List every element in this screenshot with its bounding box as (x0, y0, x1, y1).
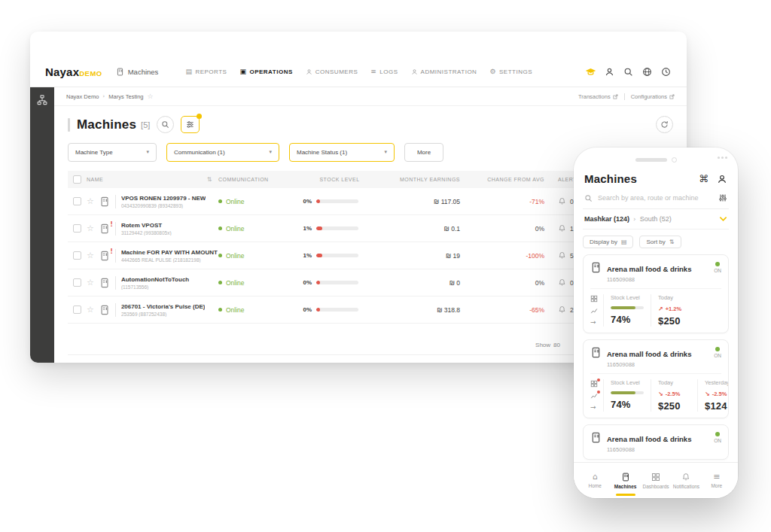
refresh-icon (660, 120, 669, 129)
refresh-button[interactable] (656, 116, 673, 133)
breadcrumb-current[interactable]: South (52) (640, 215, 672, 223)
command-icon[interactable]: ⌘ (699, 174, 709, 184)
today-change: -2.5% (666, 391, 681, 397)
configurations-link[interactable]: Configurations (631, 93, 675, 100)
phone-nav-machines[interactable]: Machines (610, 463, 640, 498)
show-page-size[interactable]: 80 (553, 342, 560, 348)
row-checkbox[interactable] (73, 278, 81, 287)
machine-id: (115713556) (121, 284, 189, 290)
academy-icon[interactable] (585, 66, 596, 78)
row-checkbox[interactable] (73, 306, 81, 314)
machine-card[interactable]: Arena mall food & drinks 116509088 ON → (583, 254, 729, 333)
header-name[interactable]: Name (87, 177, 103, 182)
more-filters-button[interactable]: More (404, 143, 443, 162)
today-value: $250 (658, 315, 690, 327)
header-stock-level[interactable]: Stock Level (319, 177, 359, 182)
machine-status-filter[interactable]: Machine Status (1) ▾ (289, 143, 395, 162)
machines-icon (621, 473, 630, 482)
profile-icon[interactable] (717, 174, 727, 184)
search-icon[interactable] (623, 66, 634, 78)
filter-sliders-icon (186, 120, 194, 129)
monthly-earnings: ₪ 0 (449, 279, 460, 287)
card-machine-id: 116509088 (607, 276, 709, 283)
header-monthly-earnings[interactable]: Monthly Earnings (400, 177, 460, 182)
display-grid-icon: ▤ (621, 239, 627, 245)
nav-logs[interactable]: ≡ LOGS (370, 68, 398, 75)
phone-nav-home-label: Home (589, 483, 602, 488)
star-icon[interactable]: ☆ (87, 197, 94, 205)
online-status-dot (218, 308, 222, 312)
breadcrumb-current[interactable]: Marys Testing (108, 93, 143, 100)
favorite-star-icon[interactable]: ☆ (148, 93, 154, 100)
settings-icon: ⚙ (489, 68, 496, 75)
search-button[interactable] (157, 116, 174, 133)
context-machines[interactable]: Machines (116, 68, 159, 76)
navbar-utility-icons (585, 66, 672, 78)
header-change-from-avg[interactable]: Change from avg (487, 177, 544, 182)
nav-consumers[interactable]: CONSUMERS (306, 68, 358, 75)
machine-icon (590, 262, 602, 273)
tune-filter-icon[interactable] (718, 193, 727, 202)
filter-active-dot (197, 114, 202, 119)
nav-administration[interactable]: ADMINISTRATION (411, 68, 477, 75)
phone-search-bar[interactable]: Search by area, route or machine (583, 193, 729, 209)
phone-mockup: Machines ⌘ Search by area, route or mach… (574, 147, 738, 498)
nav-settings[interactable]: ⚙ SETTINGS (489, 68, 532, 75)
stock-level-label: Stock Level (611, 294, 644, 301)
row-checkbox[interactable] (73, 251, 81, 260)
search-icon (161, 120, 169, 129)
row-checkbox[interactable] (73, 197, 81, 205)
brand-logo[interactable]: Nayax DEMO (45, 65, 102, 78)
row-checkbox[interactable] (73, 224, 81, 233)
star-icon[interactable]: ☆ (87, 306, 94, 314)
on-status-label: ON (714, 438, 721, 443)
chevron-down-icon: ▾ (146, 150, 149, 155)
header-communication[interactable]: Communication (218, 177, 269, 182)
breadcrumb-root[interactable]: Mashkar (124) (584, 215, 629, 223)
transactions-link[interactable]: Transactions (578, 93, 618, 100)
trend-down-icon: ↘ (705, 391, 710, 397)
star-icon[interactable]: ☆ (87, 278, 94, 287)
globe-icon[interactable] (641, 66, 653, 78)
stock-bar (316, 254, 358, 257)
main-nav: ▤ REPORTS ▣ OPERATIONS CONSUMERS ≡ LOGS (185, 68, 532, 75)
home-icon: ⌂ (593, 473, 598, 481)
nav-operations[interactable]: ▣ OPERATIONS (239, 68, 292, 75)
monthly-earnings: ₪ 117.05 (434, 198, 460, 205)
phone-breadcrumb[interactable]: Mashkar (124) › South (52) (583, 209, 729, 230)
card-metric-icons: → (590, 379, 603, 412)
nav-reports[interactable]: ▤ REPORTS (185, 68, 227, 75)
machine-card[interactable]: Arena mall food & drinks 116509088 ON → (583, 339, 729, 418)
machine-type-icon: ! (99, 223, 110, 234)
select-all-checkbox[interactable] (73, 175, 81, 184)
title-accent-bar (68, 118, 70, 132)
machine-type-filter[interactable]: Machine Type ▾ (68, 143, 157, 162)
star-icon[interactable]: ☆ (87, 224, 94, 233)
filter-button[interactable] (181, 116, 200, 133)
history-clock-icon[interactable] (660, 66, 672, 78)
sitemap-icon[interactable] (37, 95, 47, 105)
star-icon[interactable]: ☆ (87, 251, 94, 260)
alert-badge-icon: ! (110, 222, 113, 228)
phone-nav-dashboards[interactable]: Dashboards (641, 463, 671, 498)
sort-icon[interactable]: ⇅ (207, 177, 212, 183)
sort-by-button[interactable]: Sort by ⇅ (639, 236, 681, 248)
display-by-button[interactable]: Display by ▤ (583, 236, 633, 248)
phone-nav-home[interactable]: ⌂ Home (580, 463, 610, 498)
stock-bar (316, 226, 358, 230)
breadcrumb-root[interactable]: Nayax Demo (66, 93, 99, 100)
communication-status: Online (226, 252, 245, 260)
machine-card[interactable]: Arena mall food & drinks 116509088 ON (583, 424, 729, 460)
phone-toolbar: Display by ▤ Sort by ⇅ (583, 230, 729, 254)
user-icon[interactable] (604, 66, 615, 78)
nav-administration-label: ADMINISTRATION (421, 68, 477, 75)
sort-by-label: Sort by (646, 239, 665, 245)
phone-nav-more[interactable]: ≡ More (702, 463, 732, 498)
bell-icon (558, 306, 566, 314)
communication-filter[interactable]: Communication (1) ▾ (166, 143, 279, 162)
phone-nav-notifications[interactable]: Notifications (671, 463, 701, 498)
status-icons (718, 157, 727, 159)
chevron-down-icon[interactable] (719, 216, 727, 222)
arrow-right-icon: → (590, 404, 598, 412)
dashboards-icon (651, 473, 660, 482)
